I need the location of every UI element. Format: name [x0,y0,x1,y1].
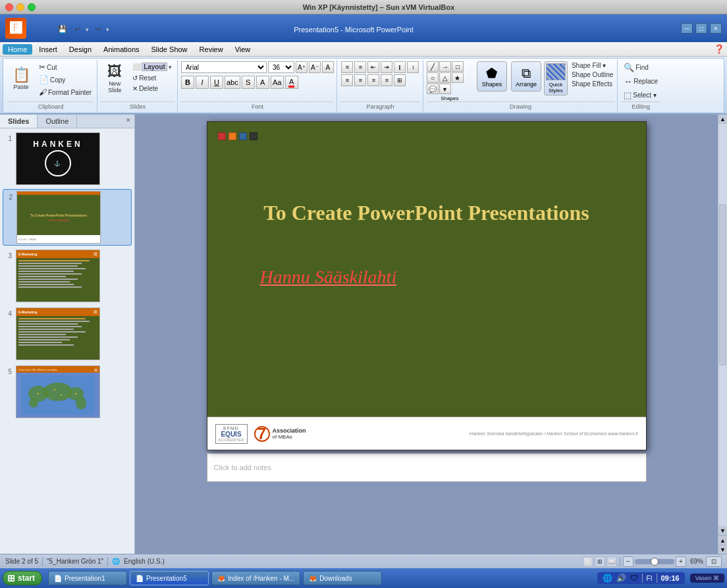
format-painter-button[interactable]: 🖌Format Painter [36,86,94,98]
shadow-button[interactable]: S [242,76,255,89]
slide-thumb-5[interactable]: 5 Visits from 195 different countries ⊞ [3,364,132,419]
font-size-select[interactable]: 36 [268,61,294,73]
shape-fill-btn[interactable]: Shape Fill ▾ [570,61,614,70]
shape-effects-btn[interactable]: Shape Effects [570,80,614,88]
slide-thumb-2[interactable]: 2 To Create PowerPoint Presentations Han… [3,189,132,246]
menu-animations[interactable]: Animations [98,44,144,55]
slides-tab[interactable]: Slides [0,115,38,128]
slide-main-subtitle[interactable]: Hannu Sääskilahti [260,267,613,288]
taskbar-btn-presentation5[interactable]: 📄 Presentation5 [130,571,209,585]
vertical-scrollbar[interactable]: ▲ ▼ ▲ ▼ [718,115,727,554]
select-button[interactable]: ⬚ Select ▾ [621,89,659,101]
slide-sorter-btn[interactable]: ⊞ [595,556,605,567]
slide-thumb-3[interactable]: 3 E-Marketing ⊞ [3,248,132,304]
text-direction-button[interactable]: ↕ [407,61,419,73]
zoom-in-btn[interactable]: + [676,556,686,567]
sidebar-close-btn[interactable]: × [122,115,134,128]
menu-design[interactable]: Design [64,44,97,55]
ppt-restore[interactable]: □ [695,23,707,34]
scroll-down-arrow[interactable]: ▼ [718,526,727,535]
layout-button[interactable]: ⬜ Layout ▾ [130,61,175,72]
font-label: Font [181,101,334,110]
arrow-shape-btn[interactable]: → [439,61,451,72]
slide-thumb-1[interactable]: 1 HANKEN ⚓ [3,131,132,186]
more-shapes-btn[interactable]: ▾ [439,84,451,94]
replace-button[interactable]: ↔ Replace [621,75,660,88]
start-button[interactable]: ⊞ start [3,571,42,585]
char-spacing-button[interactable]: A [256,76,269,89]
oval-shape-btn[interactable]: ○ [427,72,439,83]
scroll-up-arrow[interactable]: ▲ [718,115,727,124]
align-left-button[interactable]: ≡ [341,74,353,86]
shapes-large-btn[interactable]: ⬟ Shapes [477,61,507,92]
menu-view[interactable]: View [230,44,256,55]
menu-home[interactable]: Home [3,44,32,55]
window-controls[interactable] [5,3,36,11]
menu-review[interactable]: Review [194,44,229,55]
bold-button[interactable]: B [181,76,194,89]
ppt-minimize[interactable]: ─ [681,23,693,34]
line-shape-btn[interactable]: ╱ [427,61,439,72]
scroll-up-small[interactable]: ▲ [718,535,727,545]
ppt-window-controls[interactable]: ─ □ × [681,23,722,34]
taskbar-btn-firefox1[interactable]: 🦊 Index of /Hanken - M... [211,571,300,585]
delete-button[interactable]: ✕Delete [130,84,175,94]
menu-slideshow[interactable]: Slide Show [146,44,193,55]
font-increase-btn[interactable]: A⁺ [296,61,308,73]
normal-view-btn[interactable]: ⬜ [583,556,593,567]
paragraph-row2: ≡ ≡ ≡ ≡ ⊞ [341,74,406,86]
maximize-button[interactable] [28,3,36,11]
smart-art-button[interactable]: ⊞ [394,74,406,86]
reading-view-btn[interactable]: 📖 [606,556,617,567]
fit-page-btn[interactable]: ⊡ [706,556,722,567]
change-case-button[interactable]: Aa [271,76,284,89]
align-right-button[interactable]: ≡ [367,74,379,86]
minimize-button[interactable] [16,3,24,11]
scroll-thumb[interactable] [719,204,726,365]
star-shape-btn[interactable]: ★ [452,72,464,83]
system-tray: 🌐 🔊 🛡 FI 09:16 [597,572,685,584]
align-center-button[interactable]: ≡ [354,74,366,86]
copy-button[interactable]: 📄Copy [36,74,94,86]
scroll-down-small[interactable]: ▼ [718,545,727,554]
zoom-out-btn[interactable]: − [623,556,633,567]
numbered-list-button[interactable]: ≡ [354,61,366,73]
arrange-btn[interactable]: ⧉ Arrange [511,61,541,92]
ppt-close[interactable]: × [710,23,722,34]
rect-shape-btn[interactable]: □ [452,61,464,72]
notes-placeholder: Click to add notes [214,464,271,471]
increase-indent-button[interactable]: ⇥ [381,61,392,73]
column-button[interactable]: ⫿ [394,61,406,73]
slide-thumb-4[interactable]: 4 E-Marketing ⊞ [3,306,132,361]
zoom-thumb[interactable] [651,558,659,566]
quick-styles-btn[interactable]: Quick Styles [544,61,568,95]
taskbar-btn-firefox2[interactable]: 🦊 Downloads [303,571,382,585]
clear-format-btn[interactable]: A [322,61,334,73]
shapes-label[interactable]: Shapes [427,95,473,101]
font-decrease-btn[interactable]: A⁻ [309,61,321,73]
find-button[interactable]: 🔍 Find [621,61,651,74]
justify-button[interactable]: ≡ [381,74,392,86]
taskbar-btn-presentation1[interactable]: 📄 Presentation1 [48,571,127,585]
paste-button[interactable]: 📋 Paste [7,61,35,97]
new-slide-button[interactable]: 🖼 New Slide [101,61,128,97]
close-button[interactable] [5,3,13,11]
cut-button[interactable]: ✂Cut [36,61,94,73]
font-name-select[interactable]: Arial [181,61,267,73]
slide-main-title[interactable]: To Create PowerPoint Presentations [240,201,613,225]
notes-area[interactable]: Click to add notes [207,453,647,482]
shape-outline-btn[interactable]: Shape Outline [570,70,614,79]
italic-button[interactable]: I [196,76,209,89]
reset-button[interactable]: ↺Reset [130,73,175,83]
decrease-indent-button[interactable]: ⇤ [367,61,379,73]
tri-shape-btn[interactable]: △ [439,72,451,83]
menu-insert[interactable]: Insert [34,44,63,55]
underline-button[interactable]: U [210,76,223,89]
font-color-button[interactable]: A [285,76,298,89]
zoom-slider[interactable] [635,559,674,564]
outline-tab[interactable]: Outline [38,115,77,128]
bullets-button[interactable]: ≡ [341,61,353,73]
help-btn[interactable]: ❓ [714,44,724,54]
callout-shape-btn[interactable]: 💬 [427,84,439,94]
strikethrough-button[interactable]: abc [225,76,240,89]
